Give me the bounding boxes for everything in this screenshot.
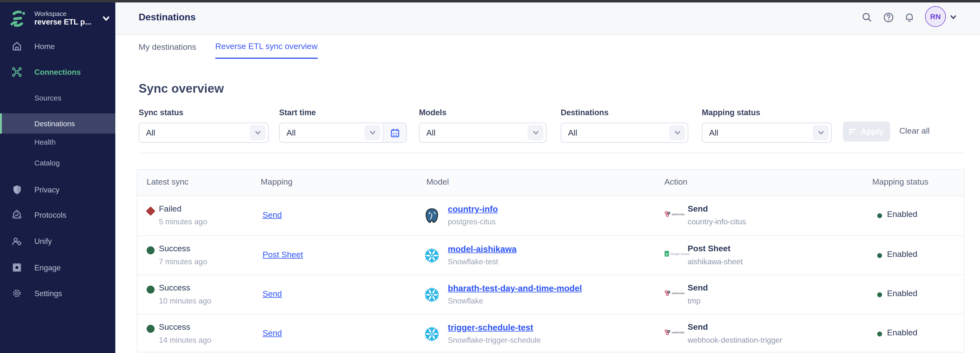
home-icon [12,41,22,52]
filter-destinations: Destinations All [561,108,688,143]
page-title: Destinations [138,12,196,23]
sidebar-item-catalog[interactable]: Catalog [0,153,115,173]
mapping-status-value: Enabled [887,210,918,219]
sidebar-item-sources[interactable]: Sources [0,88,115,108]
webhooks-icon: webhooks [665,211,685,217]
action-name: Send [688,322,708,332]
enabled-dot-icon [877,253,882,258]
filter-label: Sync status [138,108,269,117]
col-action: Action [665,177,687,187]
sync-status: Success [159,283,190,293]
table-row: Success 14 minutes ago Send [137,314,964,353]
chevron-down-icon [102,14,110,23]
chevron-down-icon [813,125,829,141]
action-destination: country-info-citus [688,218,746,226]
sidebar-item-label: Destinations [34,119,75,128]
sync-status: Success [159,244,190,253]
sidebar-item-label: Privacy [34,185,59,194]
sync-status: Success [159,322,190,332]
action-destination: tmp [688,297,700,305]
models-select[interactable]: All [419,123,547,143]
col-mapping-status: Mapping status [872,177,929,187]
sidebar-item-health[interactable]: Health [0,132,115,152]
action-destination: webhook-destination-trigger [688,336,783,344]
success-status-icon [147,286,155,294]
postgres-icon [424,208,440,224]
tab-reverse-etl-sync-overview[interactable]: Reverse ETL sync overview [215,35,318,59]
sync-status-select[interactable]: All [138,123,269,143]
col-model: Model [426,177,449,187]
filter-models: Models All [419,108,547,143]
chevron-down-icon[interactable] [950,13,957,21]
bell-icon[interactable] [904,12,915,24]
workspace-switcher[interactable]: Workspace reverse ETL p... [9,6,110,31]
selected-indicator [0,114,2,134]
filter-mapping-status: Mapping status All [702,108,832,143]
action-name: Send [688,204,708,214]
sidebar-item-settings[interactable]: Settings [0,283,115,304]
sidebar-item-protocols[interactable]: Protocols [0,205,115,225]
sidebar-item-label: Home [34,42,55,51]
tab-my-destinations[interactable]: My destinations [138,35,196,59]
select-value: All [568,128,669,138]
sidebar-item-unify[interactable]: Unify [0,231,115,252]
sidebar-item-label: Protocols [34,211,66,219]
mapping-link[interactable]: Send [262,328,282,338]
mapping-link[interactable]: Post Sheet [262,250,303,260]
mapping-status-value: Enabled [887,328,918,337]
section-heading: Sync overview [138,82,224,96]
clear-all-link[interactable]: Clear all [899,126,930,136]
sidebar-item-engage[interactable]: Engage [0,257,115,278]
tab-label: Reverse ETL sync overview [215,42,318,51]
snowflake-icon [424,287,440,303]
filter-divider [138,153,964,154]
sync-overview-table: Latest sync Mapping Model Action Mapping… [137,169,964,353]
sync-status: Failed [159,204,181,214]
model-source: postgres-citus [448,218,496,226]
engage-icon [12,262,22,273]
destinations-select[interactable]: All [561,123,688,143]
calendar-button[interactable] [383,123,406,142]
col-mapping: Mapping [261,177,293,187]
google-sheets-icon: Google Sheets [665,251,690,257]
model-link[interactable]: country-info [448,204,498,214]
filter-label: Destinations [561,108,688,117]
table-header: Latest sync Mapping Model Action Mapping… [137,170,964,196]
protocols-icon [12,210,22,220]
sidebar-item-label: Catalog [34,158,60,167]
filter-label: Mapping status [702,108,832,117]
model-link[interactable]: bharath-test-day-and-time-model [448,283,582,293]
search-icon[interactable] [861,12,873,24]
filter-label: Start time [279,108,407,117]
connections-icon [12,67,22,78]
enabled-dot-icon [877,293,882,298]
help-icon[interactable] [883,12,895,24]
sidebar-item-home[interactable]: Home [0,36,115,57]
action-name: Post Sheet [688,244,730,253]
success-status-icon [147,246,155,255]
model-link[interactable]: trigger-schedule-test [448,322,533,332]
mapping-status-value: Enabled [887,289,918,298]
sidebar-item-label: Connections [34,68,81,76]
mapping-link[interactable]: Send [262,211,282,220]
success-status-icon [147,325,155,333]
sidebar-item-privacy[interactable]: Privacy [0,180,115,200]
sidebar-item-connections[interactable]: Connections [0,62,115,82]
sync-time: 5 minutes ago [159,218,207,226]
sync-time: 7 minutes ago [159,257,207,266]
sidebar-item-destinations[interactable]: Destinations [0,114,115,134]
model-link[interactable]: model-aishikawa [448,244,517,254]
avatar-initials: RN [930,12,941,21]
chevron-down-icon [250,125,266,141]
filter-label: Models [419,108,547,117]
avatar[interactable]: RN [925,6,946,27]
start-time-select[interactable]: All [279,123,407,143]
sync-time: 10 minutes ago [159,297,212,305]
apply-button[interactable]: Apply [843,121,890,142]
mapping-status-value: Enabled [887,250,918,259]
apply-label: Apply [861,127,884,136]
failed-status-icon [146,206,155,216]
unify-icon [12,236,22,247]
mapping-link[interactable]: Send [262,289,282,299]
mapping-status-select[interactable]: All [702,123,832,143]
